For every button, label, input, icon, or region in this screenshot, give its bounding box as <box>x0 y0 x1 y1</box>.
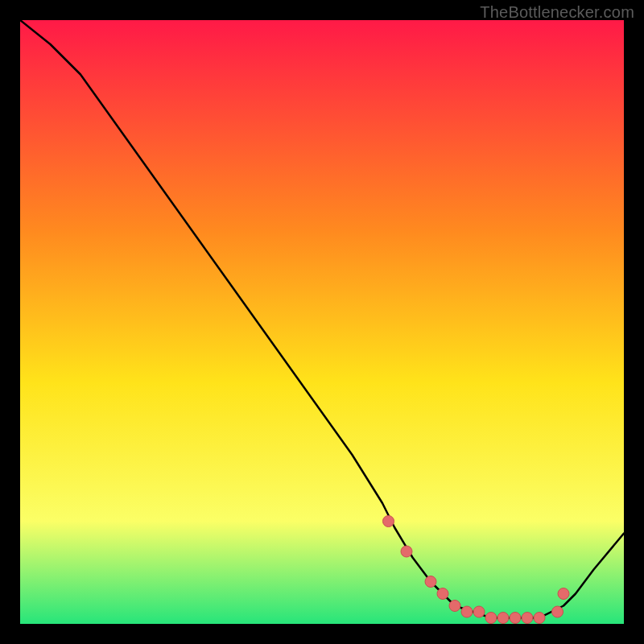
bottleneck-chart <box>20 20 624 624</box>
optimal-dot <box>437 588 448 600</box>
optimal-dot <box>522 613 533 624</box>
optimal-dot <box>552 606 564 617</box>
chart-frame: TheBottlenecker.com <box>0 0 644 644</box>
watermark-text: TheBottlenecker.com <box>480 3 634 22</box>
optimal-dot <box>425 576 436 588</box>
optimal-dot <box>449 601 460 612</box>
optimal-dot <box>461 606 473 617</box>
optimal-dot <box>473 606 485 617</box>
optimal-dot <box>510 613 521 624</box>
optimal-dot <box>534 613 545 624</box>
optimal-dot <box>485 613 497 624</box>
optimal-dot <box>383 516 394 527</box>
optimal-dot <box>401 546 412 557</box>
gradient-background <box>20 20 624 624</box>
optimal-dot <box>497 613 509 624</box>
optimal-dot <box>558 588 569 600</box>
